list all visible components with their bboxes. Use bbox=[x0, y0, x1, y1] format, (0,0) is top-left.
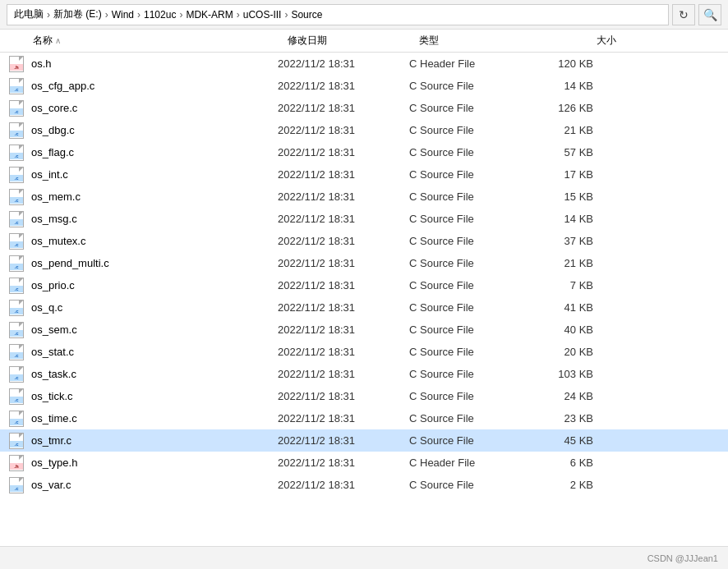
file-type: C Source File bbox=[409, 368, 541, 380]
source-file-icon: .c bbox=[7, 344, 26, 360]
table-row[interactable]: .cos_cfg_app.c2022/11/2 18:31C Source Fi… bbox=[0, 75, 728, 97]
breadcrumb-separator: › bbox=[284, 9, 288, 21]
file-date: 2022/11/2 18:31 bbox=[278, 346, 409, 358]
file-date: 2022/11/2 18:31 bbox=[278, 235, 409, 247]
file-name: os_type.h bbox=[31, 457, 278, 469]
file-size: 120 KB bbox=[541, 57, 606, 70]
table-row[interactable]: .cos_msg.c2022/11/2 18:31C Source File14… bbox=[0, 208, 728, 230]
table-row[interactable]: .cos_pend_multi.c2022/11/2 18:31C Source… bbox=[0, 252, 728, 274]
file-type: C Source File bbox=[409, 213, 541, 225]
file-size: 57 KB bbox=[541, 146, 606, 158]
file-size: 17 KB bbox=[541, 168, 606, 181]
file-name: os_tick.c bbox=[31, 390, 278, 402]
file-size: 45 KB bbox=[541, 434, 606, 447]
file-type: C Source File bbox=[409, 190, 541, 203]
address-bar: 此电脑 › 新加卷 (E:) › Wind › 1102uc › MDK-ARM… bbox=[0, 0, 728, 30]
breadcrumb-item[interactable]: 此电脑 bbox=[14, 7, 44, 21]
file-name: os_task.c bbox=[31, 368, 278, 380]
table-row[interactable]: .cos_var.c2022/11/2 18:31C Source File2 … bbox=[0, 474, 728, 496]
header-file-icon: .h bbox=[7, 56, 26, 72]
file-size: 23 KB bbox=[541, 412, 606, 424]
file-size: 6 KB bbox=[541, 457, 606, 469]
table-row[interactable]: .cos_mutex.c2022/11/2 18:31C Source File… bbox=[0, 230, 728, 252]
file-size: 24 KB bbox=[541, 390, 606, 402]
file-size: 2 KB bbox=[541, 479, 606, 491]
file-date: 2022/11/2 18:31 bbox=[278, 190, 409, 203]
breadcrumb-separator: › bbox=[47, 9, 50, 21]
breadcrumb[interactable]: 此电脑 › 新加卷 (E:) › Wind › 1102uc › MDK-ARM… bbox=[7, 4, 669, 25]
breadcrumb-item[interactable]: Source bbox=[291, 9, 322, 21]
col-header-name[interactable]: 名称 bbox=[33, 34, 288, 48]
breadcrumb-item[interactable]: Wind bbox=[112, 9, 134, 21]
table-row[interactable]: .cos_int.c2022/11/2 18:31C Source File17… bbox=[0, 163, 728, 186]
source-file-icon: .c bbox=[7, 278, 26, 294]
file-name: os_tmr.c bbox=[31, 434, 278, 447]
file-size: 21 KB bbox=[541, 124, 606, 136]
file-name: os_var.c bbox=[31, 479, 278, 491]
source-file-icon: .c bbox=[7, 255, 26, 272]
file-date: 2022/11/2 18:31 bbox=[278, 368, 409, 380]
file-date: 2022/11/2 18:31 bbox=[278, 301, 409, 314]
file-size: 103 KB bbox=[541, 368, 606, 380]
table-row[interactable]: .cos_flag.c2022/11/2 18:31C Source File5… bbox=[0, 141, 728, 163]
source-file-icon: .c bbox=[7, 145, 26, 161]
table-row[interactable]: .cos_dbg.c2022/11/2 18:31C Source File21… bbox=[0, 119, 728, 141]
file-name: os_int.c bbox=[31, 168, 278, 181]
breadcrumb-item[interactable]: MDK-ARM bbox=[186, 9, 233, 21]
breadcrumb-item[interactable]: 新加卷 (E:) bbox=[53, 7, 102, 21]
table-row[interactable]: .cos_prio.c2022/11/2 18:31C Source File7… bbox=[0, 274, 728, 296]
breadcrumb-separator: › bbox=[105, 9, 108, 21]
search-button[interactable]: 🔍 bbox=[698, 4, 721, 25]
col-header-date[interactable]: 修改日期 bbox=[288, 34, 419, 48]
table-row[interactable]: .cos_q.c2022/11/2 18:31C Source File41 K… bbox=[0, 296, 728, 319]
table-row[interactable]: .cos_task.c2022/11/2 18:31C Source File1… bbox=[0, 363, 728, 385]
file-date: 2022/11/2 18:31 bbox=[278, 390, 409, 402]
table-row[interactable]: .cos_mem.c2022/11/2 18:31C Source File15… bbox=[0, 186, 728, 208]
source-file-icon: .c bbox=[7, 433, 26, 449]
file-type: C Source File bbox=[409, 479, 541, 491]
file-type: C Source File bbox=[409, 301, 541, 314]
refresh-button[interactable]: ↻ bbox=[672, 4, 695, 25]
file-name: os_cfg_app.c bbox=[31, 80, 278, 92]
table-row[interactable]: .hos_type.h2022/11/2 18:31C Header File6… bbox=[0, 452, 728, 474]
col-header-size[interactable]: 大小 bbox=[551, 34, 616, 48]
file-date: 2022/11/2 18:31 bbox=[278, 124, 409, 136]
status-bar: CSDN @JJJean1 bbox=[0, 546, 728, 569]
file-type: C Source File bbox=[409, 235, 541, 247]
file-size: 40 KB bbox=[541, 324, 606, 336]
file-size: 15 KB bbox=[541, 190, 606, 203]
file-list: .hos.h2022/11/2 18:31C Header File120 KB… bbox=[0, 53, 728, 546]
breadcrumb-separator: › bbox=[179, 9, 182, 21]
file-size: 21 KB bbox=[541, 257, 606, 269]
col-header-type[interactable]: 类型 bbox=[419, 34, 551, 48]
file-type: C Source File bbox=[409, 324, 541, 336]
breadcrumb-separator: › bbox=[237, 9, 240, 21]
column-header: 名称 修改日期 类型 大小 bbox=[0, 30, 728, 53]
source-file-icon: .c bbox=[7, 300, 26, 316]
file-date: 2022/11/2 18:31 bbox=[278, 412, 409, 424]
file-date: 2022/11/2 18:31 bbox=[278, 457, 409, 469]
table-row[interactable]: .cos_sem.c2022/11/2 18:31C Source File40… bbox=[0, 319, 728, 341]
breadcrumb-item[interactable]: 1102uc bbox=[144, 9, 176, 21]
file-name: os_pend_multi.c bbox=[31, 257, 278, 269]
table-row[interactable]: .hos.h2022/11/2 18:31C Header File120 KB bbox=[0, 53, 728, 75]
file-name: os_core.c bbox=[31, 102, 278, 114]
table-row[interactable]: .cos_tick.c2022/11/2 18:31C Source File2… bbox=[0, 385, 728, 407]
file-name: os_msg.c bbox=[31, 213, 278, 225]
table-row[interactable]: .cos_tmr.c2022/11/2 18:31C Source File45… bbox=[0, 429, 728, 452]
file-name: os.h bbox=[31, 57, 278, 70]
source-file-icon: .c bbox=[7, 211, 26, 227]
file-name: os_flag.c bbox=[31, 146, 278, 158]
table-row[interactable]: .cos_core.c2022/11/2 18:31C Source File1… bbox=[0, 97, 728, 119]
file-size: 14 KB bbox=[541, 213, 606, 225]
source-file-icon: .c bbox=[7, 233, 26, 250]
breadcrumb-item[interactable]: uCOS-III bbox=[243, 9, 282, 21]
source-file-icon: .c bbox=[7, 366, 26, 383]
file-name: os_mutex.c bbox=[31, 235, 278, 247]
table-row[interactable]: .cos_stat.c2022/11/2 18:31C Source File2… bbox=[0, 341, 728, 363]
file-date: 2022/11/2 18:31 bbox=[278, 324, 409, 336]
table-row[interactable]: .cos_time.c2022/11/2 18:31C Source File2… bbox=[0, 407, 728, 429]
file-name: os_prio.c bbox=[31, 279, 278, 291]
file-date: 2022/11/2 18:31 bbox=[278, 479, 409, 491]
source-file-icon: .c bbox=[7, 322, 26, 338]
